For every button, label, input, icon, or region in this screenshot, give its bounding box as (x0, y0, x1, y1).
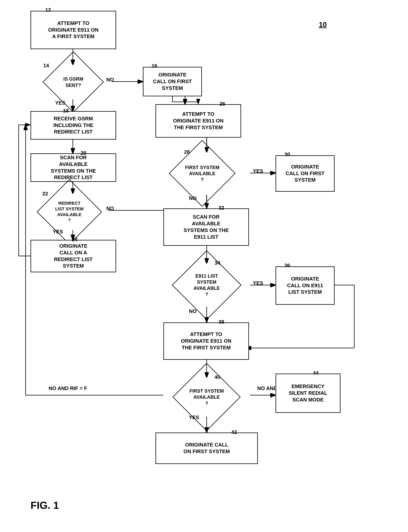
diagram-ref: 10 (319, 21, 327, 29)
ref-18: 18 (63, 108, 69, 114)
label-yes-14: YES (55, 100, 65, 106)
node-40: FIRST SYSTEM AVAILABLE ? (163, 377, 250, 417)
label-no-28: NO (189, 195, 197, 201)
label-yes-28: YES (253, 168, 263, 174)
label-no-22: NO (106, 205, 114, 212)
node-32: SCAN FOR AVAILABLE SYSTEMS ON THE E911 L… (163, 208, 249, 246)
ref-20: 20 (81, 150, 86, 156)
label-yes-22: YES (53, 229, 63, 235)
ref-16: 16 (152, 63, 157, 69)
node-14: IS GSRM SENT? (34, 65, 112, 99)
ref-44: 44 (313, 370, 319, 376)
label-no-14: NO (106, 77, 114, 83)
node-34: E911 LIST SYSTEM AVAILABLE ? (163, 263, 250, 307)
figure-label: FIG. 1 (31, 499, 59, 511)
node-20: SCAN FOR AVAILABLE SYSTEMS ON THE REDIRE… (31, 153, 116, 182)
label-no-34: NO (189, 308, 197, 314)
ref-24: 24 (72, 237, 77, 243)
node-16: ORIGINATE CALL ON FIRST SYSTEM (143, 67, 202, 96)
node-24: ORIGINATE CALL ON A REDIRECT LIST SYSTEM (31, 240, 116, 272)
ref-32: 32 (219, 205, 224, 211)
ref-36: 36 (284, 262, 290, 269)
node-38: ATTEMPT TO ORIGINATE E911 ON THE FIRST S… (163, 322, 249, 360)
ref-34: 34 (214, 260, 220, 266)
ref-38: 38 (219, 319, 224, 325)
label-yes-34: YES (253, 280, 263, 286)
ref-30: 30 (284, 151, 290, 157)
label-no-rif-f: NO AND RIF = F (43, 385, 93, 392)
ref-26: 26 (220, 101, 225, 107)
node-30: ORIGINATE CALL ON FIRST SYSTEM (276, 155, 335, 192)
node-12: ATTEMPT TO ORIGINATE E911 ON A FIRST SYS… (31, 11, 116, 49)
node-26: ATTEMPT TO ORIGINATE E911 ON THE FIRST S… (155, 104, 241, 138)
ref-28: 28 (184, 149, 190, 155)
node-28: FIRST SYSTEM AVAILABLE ? (163, 152, 241, 195)
ref-14: 14 (43, 63, 49, 69)
node-18: RECEIVE GSRM INCLUDING THE REDIRECT LIST (31, 111, 116, 139)
node-22: REDIRECT LIST SYSTEM AVAILABLE ? (31, 194, 108, 230)
ref-22: 22 (42, 191, 48, 197)
node-44: EMERGENCY SILENT REDIAL SCAN MODE (276, 374, 340, 413)
ref-12: 12 (45, 7, 51, 13)
ref-40: 40 (214, 374, 220, 380)
node-42: ORIGINATE CALL ON FIRST SYSTEM (155, 433, 258, 464)
node-36: ORIGINATE CALL ON E911 LIST SYSTEM (276, 266, 335, 305)
ref-42: 42 (231, 429, 237, 435)
label-yes-40: YES (189, 414, 199, 420)
